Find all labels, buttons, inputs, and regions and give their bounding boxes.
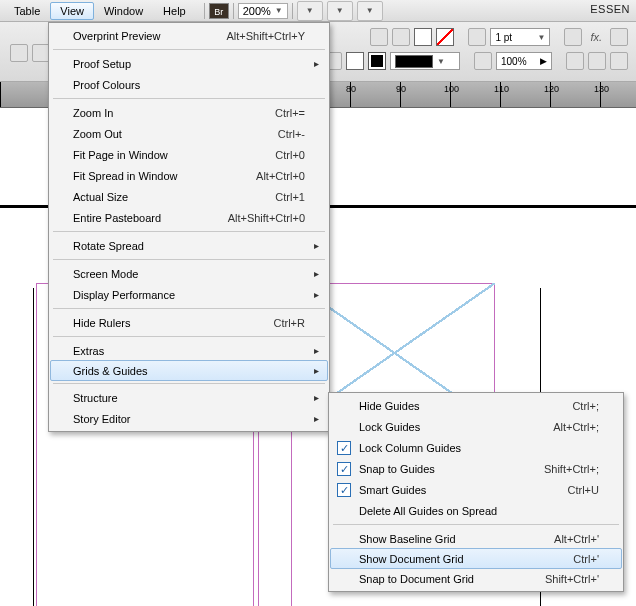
submenu-delete-all-guides[interactable]: Delete All Guides on Spread bbox=[331, 500, 621, 521]
menu-extras[interactable]: Extras bbox=[51, 340, 327, 361]
opacity-icon bbox=[474, 52, 492, 70]
bridge-icon[interactable]: Br bbox=[209, 3, 229, 19]
opacity-input[interactable]: 100% ▶ bbox=[496, 52, 552, 70]
submenu-snap-to-document-grid[interactable]: Snap to Document GridShift+Ctrl+' bbox=[331, 568, 621, 589]
effects-icon[interactable] bbox=[564, 28, 582, 46]
check-icon: ✓ bbox=[337, 483, 351, 497]
misc-icon[interactable] bbox=[610, 52, 628, 70]
menubar: Table View Window Help Br 200% ▼ ▼ ▼ ▼ E… bbox=[0, 0, 636, 22]
chevron-down-icon: ▼ bbox=[437, 57, 445, 66]
submenu-show-baseline-grid[interactable]: Show Baseline GridAlt+Ctrl+' bbox=[331, 528, 621, 549]
menu-proof-colours[interactable]: Proof Colours bbox=[51, 74, 327, 95]
submenu-lock-column-guides[interactable]: ✓ Lock Column Guides bbox=[331, 437, 621, 458]
chevron-down-icon: ▼ bbox=[275, 6, 283, 15]
screen-mode-icon[interactable]: ▼ bbox=[327, 1, 353, 21]
menu-window[interactable]: Window bbox=[94, 2, 153, 20]
fill-swatch[interactable] bbox=[414, 28, 432, 46]
arrange-icon[interactable]: ▼ bbox=[357, 1, 383, 21]
chevron-down-icon: ▼ bbox=[537, 33, 545, 42]
link-icon[interactable] bbox=[370, 28, 388, 46]
workspace-label: ESSEN bbox=[590, 3, 630, 15]
menu-fit-spread[interactable]: Fit Spread in WindowAlt+Ctrl+0 bbox=[51, 165, 327, 186]
no-fill-icon[interactable] bbox=[436, 28, 454, 46]
stroke-weight-input[interactable]: 1 pt ▼ bbox=[490, 28, 550, 46]
menu-zoom-in[interactable]: Zoom InCtrl+= bbox=[51, 102, 327, 123]
submenu-snap-to-guides[interactable]: ✓ Snap to GuidesShift+Ctrl+; bbox=[331, 458, 621, 479]
submenu-hide-guides[interactable]: Hide GuidesCtrl+; bbox=[331, 395, 621, 416]
corner-icon[interactable] bbox=[392, 28, 410, 46]
menu-overprint-preview[interactable]: Overprint PreviewAlt+Shift+Ctrl+Y bbox=[51, 25, 327, 46]
misc-icon[interactable] bbox=[588, 52, 606, 70]
stroke-swatch[interactable] bbox=[346, 52, 364, 70]
menu-structure[interactable]: Structure bbox=[51, 387, 327, 408]
drop-shadow-icon[interactable] bbox=[610, 28, 628, 46]
grids-guides-submenu: Hide GuidesCtrl+; Lock GuidesAlt+Ctrl+; … bbox=[328, 392, 624, 592]
menu-rotate-spread[interactable]: Rotate Spread bbox=[51, 235, 327, 256]
check-icon: ✓ bbox=[337, 441, 351, 455]
toolbar-icon[interactable] bbox=[10, 44, 28, 62]
submenu-show-document-grid[interactable]: Show Document GridCtrl+' bbox=[330, 548, 622, 569]
menu-hide-rulers[interactable]: Hide RulersCtrl+R bbox=[51, 312, 327, 333]
stroke-style-input[interactable]: ▼ bbox=[390, 52, 460, 70]
menu-table[interactable]: Table bbox=[4, 2, 50, 20]
submenu-lock-guides[interactable]: Lock GuidesAlt+Ctrl+; bbox=[331, 416, 621, 437]
menu-zoom-out[interactable]: Zoom OutCtrl+- bbox=[51, 123, 327, 144]
menu-story-editor[interactable]: Story Editor bbox=[51, 408, 327, 429]
zoom-level[interactable]: 200% ▼ bbox=[238, 3, 288, 19]
check-icon: ✓ bbox=[337, 462, 351, 476]
zoom-value: 200% bbox=[243, 5, 271, 17]
chevron-right-icon: ▶ bbox=[540, 56, 547, 66]
stroke-style-swatch bbox=[395, 55, 433, 68]
misc-icon[interactable] bbox=[566, 52, 584, 70]
menu-screen-mode[interactable]: Screen Mode bbox=[51, 263, 327, 284]
menu-actual-size[interactable]: Actual SizeCtrl+1 bbox=[51, 186, 327, 207]
fx-icon[interactable]: fx. bbox=[586, 31, 606, 43]
view-menu-dropdown: Overprint PreviewAlt+Shift+Ctrl+Y Proof … bbox=[48, 22, 330, 432]
submenu-smart-guides[interactable]: ✓ Smart GuidesCtrl+U bbox=[331, 479, 621, 500]
menu-grids-guides[interactable]: Grids & Guides bbox=[50, 360, 328, 381]
menu-entire-pasteboard[interactable]: Entire PasteboardAlt+Shift+Ctrl+0 bbox=[51, 207, 327, 228]
menu-proof-setup[interactable]: Proof Setup bbox=[51, 53, 327, 74]
menu-view[interactable]: View bbox=[50, 2, 94, 20]
menu-fit-page[interactable]: Fit Page in WindowCtrl+0 bbox=[51, 144, 327, 165]
menu-display-performance[interactable]: Display Performance bbox=[51, 284, 327, 305]
view-options-icon[interactable]: ▼ bbox=[297, 1, 323, 21]
menu-help[interactable]: Help bbox=[153, 2, 196, 20]
stroke-weight-icon bbox=[468, 28, 486, 46]
